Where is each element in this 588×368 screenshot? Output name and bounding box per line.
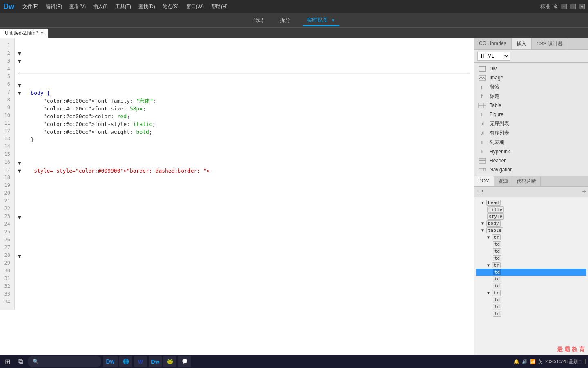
insert-item-Figure[interactable]: fiFigure bbox=[476, 110, 586, 119]
code-line-29[interactable] bbox=[18, 260, 470, 268]
insert-item-Hyperlink[interactable]: liHyperlink bbox=[476, 147, 586, 156]
menu-item-窗口(W)[interactable]: 窗口(W) bbox=[183, 2, 207, 12]
dom-node-tr3-td0[interactable]: td bbox=[476, 296, 586, 303]
dom-node-tr1-td2[interactable]: td bbox=[476, 255, 586, 262]
code-line-10[interactable]: "color:#cc00cc">color: red; bbox=[18, 112, 470, 120]
dom-node-head[interactable]: ▼head bbox=[476, 199, 586, 206]
dom-node-tr3-td1[interactable]: td bbox=[476, 303, 586, 310]
taskbar-game-app[interactable]: 🐸 bbox=[163, 356, 176, 367]
code-line-21[interactable] bbox=[18, 198, 470, 206]
code-line-24[interactable] bbox=[18, 221, 470, 229]
dom-node-tr3[interactable]: ▼tr bbox=[476, 289, 586, 296]
dom-node-tr1[interactable]: ▼tr bbox=[476, 234, 586, 241]
start-btn[interactable]: ⊞ bbox=[2, 356, 13, 367]
code-line-15[interactable] bbox=[18, 151, 470, 159]
code-line-26[interactable] bbox=[18, 237, 470, 245]
code-line-25[interactable] bbox=[18, 229, 470, 237]
menu-item-站点(S)[interactable]: 站点(S) bbox=[159, 2, 182, 12]
code-line-34[interactable] bbox=[18, 299, 470, 307]
menu-item-工具(T)[interactable]: 工具(T) bbox=[112, 2, 134, 12]
minimize-btn[interactable]: － bbox=[561, 4, 567, 9]
insert-item-列表项[interactable]: li列表项 bbox=[476, 138, 586, 147]
dom-node-tr2-td2[interactable]: td bbox=[476, 283, 586, 289]
preview-btn[interactable]: 实时视图 ▼ bbox=[303, 15, 339, 26]
insert-item-Div[interactable]: Div bbox=[476, 64, 586, 73]
taskbar-network-icon[interactable]: 📶 bbox=[530, 359, 536, 364]
taskbar-dw-app[interactable]: Dw bbox=[103, 356, 118, 367]
insert-item-标题[interactable]: h标题 bbox=[476, 92, 586, 101]
insert-item-无序列表[interactable]: ul无序列表 bbox=[476, 119, 586, 128]
panel-tab-CSS 设计器[interactable]: CSS 设计器 bbox=[532, 38, 568, 49]
dom-node-tr3-td2[interactable]: td bbox=[476, 310, 586, 317]
code-line-28[interactable]: ▼ bbox=[18, 252, 470, 260]
menu-item-插入(I)[interactable]: 插入(I) bbox=[90, 2, 111, 12]
code-line-27[interactable] bbox=[18, 245, 470, 252]
dom-node-title[interactable]: title bbox=[476, 206, 586, 213]
code-line-1[interactable] bbox=[18, 42, 470, 49]
taskbar-wechat-app[interactable]: 💬 bbox=[178, 356, 191, 367]
menu-item-编辑(E)[interactable]: 编辑(E) bbox=[42, 2, 65, 12]
menu-item-文件(F)[interactable]: 文件(F) bbox=[19, 2, 42, 12]
code-line-6[interactable]: ▼ </span> bbox=[18, 81, 470, 89]
dom-node-selected-td[interactable]: td bbox=[476, 269, 586, 276]
dom-add-btn[interactable]: + bbox=[582, 188, 586, 196]
dom-panel-options-icon[interactable]: ⋮⋮ bbox=[476, 189, 485, 195]
dom-node-tr1-td0[interactable]: td bbox=[476, 241, 586, 248]
code-line-22[interactable] bbox=[18, 206, 470, 213]
insert-item-Table[interactable]: Table bbox=[476, 101, 586, 110]
code-line-11[interactable]: "color:#cc00cc">font-style: italic; bbox=[18, 120, 470, 128]
insert-item-Navigation[interactable]: Navigation bbox=[476, 165, 586, 174]
code-line-20[interactable] bbox=[18, 190, 470, 198]
menu-item-查找(D)[interactable]: 查找(D) bbox=[135, 2, 158, 12]
html-category-select[interactable]: HTML bbox=[477, 52, 510, 61]
code-editor[interactable]: 1234567891011121314151617181920212223242… bbox=[0, 38, 474, 357]
code-line-5[interactable]: </span>无标题文档<span style="color:#0000cc"> bbox=[18, 74, 470, 81]
insert-item-有序列表[interactable]: ol有序列表 bbox=[476, 128, 586, 138]
code-line-19[interactable] bbox=[18, 182, 470, 190]
taskbar-ie-app[interactable]: 🌐 bbox=[119, 356, 132, 367]
code-line-33[interactable] bbox=[18, 291, 470, 299]
code-line-4[interactable] bbox=[18, 65, 470, 74]
menu-item-帮助(H)[interactable]: 帮助(H) bbox=[208, 2, 231, 12]
maximize-btn[interactable]: □ bbox=[570, 4, 576, 9]
taskbar-volume-icon[interactable]: 🔊 bbox=[522, 359, 528, 364]
code-content[interactable]: ▼ ▼ </span>无标题文档<span style="color:#0000… bbox=[15, 38, 474, 310]
file-tab[interactable]: Untitled-2.html* × bbox=[0, 29, 49, 38]
menu-item-查看(V)[interactable]: 查看(V) bbox=[66, 2, 89, 12]
file-tab-close-btn[interactable]: × bbox=[41, 31, 43, 36]
code-line-3[interactable]: ▼ bbox=[18, 57, 470, 65]
dom-tab-DOM[interactable]: DOM bbox=[474, 176, 494, 186]
taskbar-dw2-app[interactable]: Dw bbox=[149, 356, 162, 367]
code-line-23[interactable]: ▼ bbox=[18, 213, 470, 221]
insert-item-段落[interactable]: p段落 bbox=[476, 82, 586, 92]
dom-node-tr2[interactable]: ▼tr bbox=[476, 262, 586, 269]
settings-icon[interactable]: ⚙ bbox=[553, 4, 558, 9]
dom-node-tr2-td1[interactable]: td bbox=[476, 276, 586, 283]
code-line-14[interactable] bbox=[18, 144, 470, 151]
dom-node-tr1-td1[interactable]: td bbox=[476, 248, 586, 255]
panel-tab-CC Libraries[interactable]: CC Libraries bbox=[474, 38, 512, 49]
panel-tab-插入[interactable]: 插入 bbox=[512, 38, 532, 49]
code-line-32[interactable] bbox=[18, 283, 470, 291]
taskview-btn[interactable]: ⧉ bbox=[15, 356, 26, 367]
code-line-2[interactable]: ▼ bbox=[18, 49, 470, 57]
code-line-18[interactable] bbox=[18, 175, 470, 182]
code-line-8[interactable]: "color:#cc00cc">font-family: "宋体"; bbox=[18, 97, 470, 105]
taskbar-show-desktop-btn[interactable] bbox=[585, 359, 586, 364]
taskbar-word-app[interactable]: W bbox=[134, 356, 147, 367]
insert-item-Image[interactable]: Image bbox=[476, 73, 586, 82]
code-line-30[interactable] bbox=[18, 268, 470, 276]
split-view-btn[interactable]: 拆分 bbox=[276, 15, 294, 26]
dom-tab-代码片断[interactable]: 代码片断 bbox=[512, 176, 541, 186]
code-line-7[interactable]: ▼ body { bbox=[18, 89, 470, 97]
search-btn[interactable]: 🔍 bbox=[28, 356, 101, 367]
code-line-16[interactable]: ▼ bbox=[18, 159, 470, 167]
code-line-9[interactable]: "color:#cc00cc">font-size: 58px; bbox=[18, 105, 470, 112]
code-line-31[interactable] bbox=[18, 276, 470, 283]
code-line-13[interactable]: } bbox=[18, 136, 470, 144]
code-line-12[interactable]: "color:#cc00cc">font-weight: bold; bbox=[18, 128, 470, 136]
code-line-17[interactable]: ▼ style= style="color:#009900">"border: … bbox=[18, 167, 470, 175]
close-btn[interactable]: ✕ bbox=[579, 4, 585, 9]
dom-node-table[interactable]: ▼table bbox=[476, 227, 586, 234]
dom-node-body[interactable]: ▼body bbox=[476, 220, 586, 227]
